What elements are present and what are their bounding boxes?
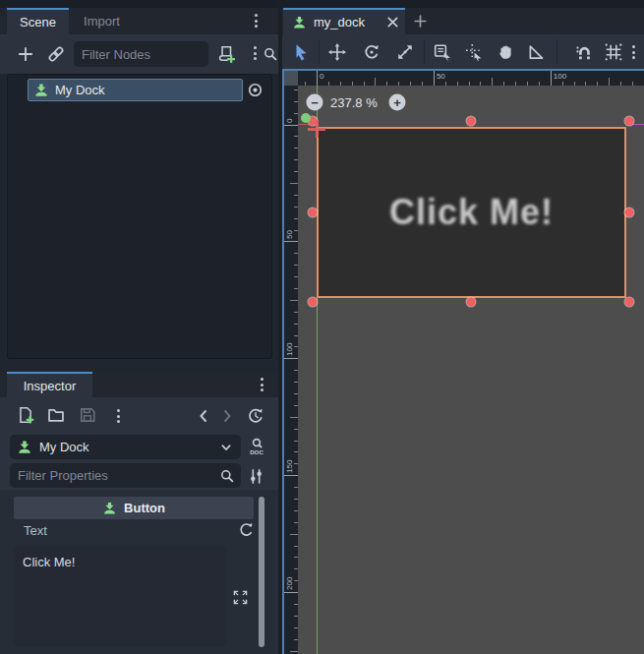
tab-import-label: Import (84, 14, 120, 29)
add-node-button[interactable] (17, 45, 34, 63)
scene-tab-label: my_dock (314, 15, 365, 30)
selection-handle[interactable] (625, 117, 634, 126)
ruler-tick (609, 78, 610, 86)
scene-tree-panel: My Dock (7, 74, 272, 359)
ruler-tick (375, 78, 376, 86)
save-resource-icon[interactable] (79, 406, 96, 424)
edit-pivot-tool-icon[interactable] (465, 43, 483, 61)
instance-scene-button[interactable] (47, 45, 65, 63)
inspected-node-dropdown[interactable]: My Dock (10, 435, 241, 459)
scene-dock-menu-icon[interactable] (255, 14, 258, 28)
left-dock: Scene Import My Dock Inspector My Dock D… (0, 0, 278, 654)
position-crosshair (316, 120, 319, 138)
v-ruler-label: 150 (286, 460, 294, 473)
horizontal-ruler: 050100 (298, 71, 644, 86)
select-tool-icon[interactable] (292, 43, 310, 61)
ruler-major-tick (284, 358, 298, 359)
ruler-major-tick (284, 592, 298, 593)
v-ruler-label: 100 (286, 343, 294, 356)
revert-property-icon[interactable] (238, 521, 255, 538)
tab-scene[interactable]: Scene (7, 8, 69, 34)
grid-snap-icon[interactable] (605, 43, 622, 61)
ruler-major-tick (551, 71, 552, 86)
property-text-value-field[interactable]: Click Me! (14, 547, 226, 646)
ruler-major-tick (317, 71, 318, 86)
edit-history-icon[interactable] (247, 407, 264, 425)
snapping-options-menu-icon[interactable] (632, 45, 635, 59)
property-text-value: Click Me! (23, 555, 75, 569)
selection-handle[interactable] (467, 298, 476, 307)
svg-text:DOC: DOC (250, 448, 263, 455)
inspector-toolbar (0, 397, 278, 433)
expand-textarea-icon[interactable] (233, 590, 248, 605)
pan-tool-icon[interactable] (497, 43, 514, 61)
scene-tree-node-label: My Dock (55, 83, 105, 97)
section-header-button[interactable]: Button (14, 497, 254, 519)
canvas-button-node[interactable]: Click Me! (317, 127, 626, 298)
button-node-icon (102, 501, 117, 515)
button-node-icon (17, 440, 32, 455)
attach-script-button[interactable] (217, 45, 235, 63)
main-viewport-region: my_dock 050100 050100150200 Click Me! − … (282, 0, 644, 654)
button-node-icon (33, 83, 49, 98)
smart-snap-icon[interactable] (575, 43, 593, 61)
vertical-ruler: 050100150200 (284, 86, 298, 654)
ruler-tick (290, 651, 298, 652)
selection-handle[interactable] (309, 208, 318, 217)
selection-handle[interactable] (625, 298, 634, 307)
ruler-tool-icon[interactable] (527, 43, 545, 61)
h-ruler-label: 0 (320, 73, 323, 81)
rotate-tool-icon[interactable] (363, 43, 381, 61)
ruler-tick (290, 417, 298, 418)
resource-extra-menu-icon[interactable] (117, 409, 120, 423)
property-text-label: Text (24, 523, 47, 538)
zoom-percentage[interactable]: 237.8 % (330, 95, 378, 110)
visibility-eye-icon[interactable] (247, 82, 263, 98)
list-select-tool-icon[interactable] (434, 43, 451, 61)
close-tab-icon[interactable] (385, 15, 400, 30)
selection-handle[interactable] (309, 298, 318, 307)
history-forward-icon[interactable] (219, 408, 235, 424)
scene-tabs-top-strip (282, 0, 644, 8)
canvas-button-label: Click Me! (389, 192, 554, 233)
tab-inspector[interactable]: Inspector (7, 372, 92, 397)
move-tool-icon[interactable] (328, 43, 346, 61)
new-resource-icon[interactable] (17, 406, 34, 424)
v-ruler-label: 200 (286, 577, 294, 590)
open-docs-icon[interactable]: DOC (247, 437, 266, 456)
search-icon (219, 468, 235, 484)
selection-handle[interactable] (625, 208, 634, 217)
zoom-in-glyph: + (393, 96, 401, 109)
v-ruler-label: 50 (286, 230, 294, 239)
inspector-properties-panel: Button Text Click Me! (0, 490, 278, 654)
filter-properties-input[interactable] (10, 468, 219, 483)
h-ruler-label: 50 (437, 73, 445, 81)
inspector-scrollbar[interactable] (259, 497, 264, 647)
zoom-in-button[interactable]: + (389, 94, 406, 111)
anchor-dot[interactable] (301, 113, 311, 123)
scale-tool-icon[interactable] (396, 43, 414, 61)
tab-scene-label: Scene (20, 15, 56, 30)
zoom-out-button[interactable]: − (307, 94, 323, 111)
canvas-2d[interactable]: Click Me! − 237.8 % + (298, 86, 644, 654)
tab-my-dock-scene[interactable]: my_dock (283, 8, 405, 34)
tab-import[interactable]: Import (69, 8, 135, 34)
ruler-tick (290, 534, 298, 535)
h-ruler-label: 100 (554, 73, 566, 81)
chevron-down-icon (218, 440, 234, 455)
ruler-tick (492, 78, 493, 86)
button-node-icon (292, 15, 307, 30)
property-filter-options-icon[interactable] (248, 468, 264, 485)
toolbar-separator (424, 39, 425, 64)
scene-tree-row-my-dock[interactable]: My Dock (28, 79, 243, 101)
toolbar-separator (319, 39, 320, 64)
new-scene-tab-icon[interactable] (412, 13, 429, 30)
history-back-icon[interactable] (196, 408, 211, 424)
selection-handle[interactable] (467, 117, 476, 126)
scene-dock-top-strip (0, 0, 278, 8)
inspector-dock-menu-icon[interactable] (261, 378, 263, 391)
scene-toolbar-menu-icon[interactable] (254, 46, 257, 60)
ruler-tick (290, 300, 298, 301)
load-resource-folder-icon[interactable] (47, 406, 65, 424)
ruler-major-tick (434, 71, 435, 86)
